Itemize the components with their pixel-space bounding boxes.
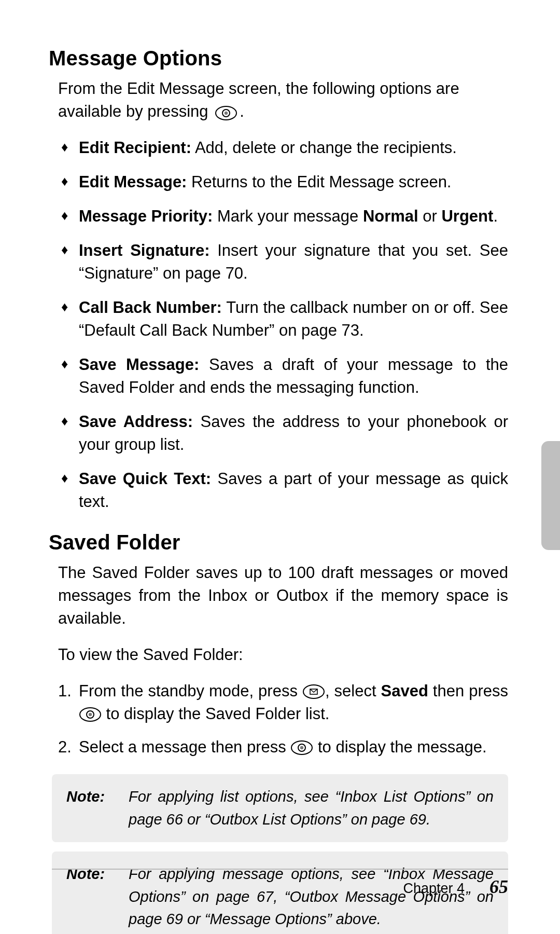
page-number: 65 (489, 876, 508, 898)
list-item: Insert Signature: Insert your signature … (61, 239, 508, 285)
option-mid: or (418, 207, 442, 225)
option-bold: Normal (363, 207, 418, 225)
manual-page: Message Options From the Edit Message sc… (0, 0, 560, 934)
option-label: Edit Recipient: (79, 139, 191, 157)
option-label: Save Message: (79, 355, 199, 374)
list-item: Save Quick Text: Saves a part of your me… (61, 468, 508, 513)
note-text: For applying list options, see “Inbox Li… (129, 786, 494, 831)
intro-text-before: From the Edit Message screen, the follow… (58, 79, 459, 120)
intro-text-after: . (240, 102, 244, 120)
option-label: Message Priority: (79, 207, 213, 225)
option-label: Insert Signature: (79, 241, 209, 259)
step-bold: Saved (381, 682, 428, 700)
ok-button-icon (79, 705, 102, 723)
option-desc: Add, delete or change the recipients. (191, 139, 457, 157)
svg-point-7 (89, 713, 92, 716)
step-item: Select a message then press to display t… (58, 736, 508, 759)
step-text: , select (325, 682, 381, 700)
option-label: Save Quick Text: (79, 470, 211, 488)
page-footer: Chapter 4 65 (52, 869, 508, 898)
option-desc: Returns to the Edit Message screen. (187, 173, 451, 191)
step-text: to display the Saved Folder list. (102, 705, 329, 723)
chapter-label: Chapter 4 (403, 881, 465, 897)
saved-folder-lead: To view the Saved Folder: (58, 643, 508, 666)
intro-paragraph: From the Edit Message screen, the follow… (58, 77, 508, 124)
option-label: Save Address: (79, 413, 193, 431)
list-item: Save Address: Saves the address to your … (61, 410, 508, 456)
option-label: Edit Message: (79, 173, 187, 191)
message-key-icon (302, 682, 325, 700)
step-text: to display the message. (313, 738, 486, 756)
option-desc: Mark your message (213, 207, 362, 225)
note-box: Note: For applying list options, see “In… (52, 774, 508, 842)
steps-list: From the standby mode, press , select Sa… (58, 680, 508, 759)
saved-folder-intro: The Saved Folder saves up to 100 draft m… (58, 561, 508, 630)
svg-point-2 (225, 112, 228, 115)
list-item: Edit Message: Returns to the Edit Messag… (61, 171, 508, 194)
ok-button-icon (215, 101, 237, 124)
page-thumb-tab (541, 441, 560, 550)
section-heading-message-options: Message Options (49, 47, 508, 70)
step-text: then press (428, 682, 508, 700)
svg-point-10 (300, 746, 303, 749)
options-list: Edit Recipient: Add, delete or change th… (61, 136, 508, 513)
list-item: Save Message: Saves a draft of your mess… (61, 353, 508, 399)
section-heading-saved-folder: Saved Folder (49, 531, 508, 554)
option-after: . (493, 207, 498, 225)
list-item: Message Priority: Mark your message Norm… (61, 205, 508, 228)
footer-rule (52, 869, 508, 870)
step-text: Select a message then press (79, 738, 290, 756)
list-item: Edit Recipient: Add, delete or change th… (61, 136, 508, 159)
step-text: From the standby mode, press (79, 682, 302, 700)
list-item: Call Back Number: Turn the callback numb… (61, 296, 508, 342)
note-label: Note: (66, 786, 129, 831)
step-item: From the standby mode, press , select Sa… (58, 680, 508, 725)
option-bold: Urgent (441, 207, 493, 225)
ok-button-icon (290, 738, 313, 756)
option-label: Call Back Number: (79, 298, 222, 317)
